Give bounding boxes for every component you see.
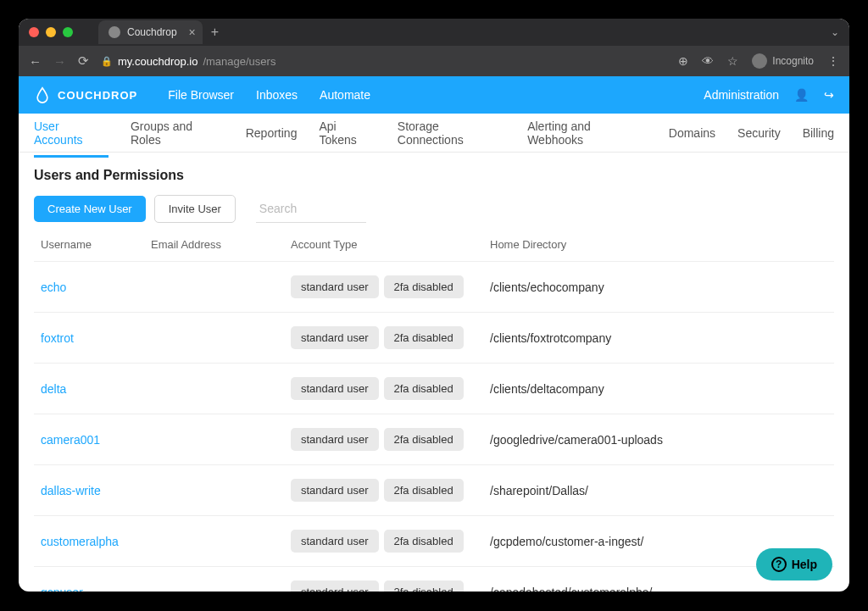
twofa-pill: 2fa disabled — [384, 326, 464, 349]
tab-domains[interactable]: Domains — [669, 115, 715, 151]
table-row[interactable]: gcpuserstandard user2fa disabled/canadah… — [34, 567, 834, 592]
account-type-pill: standard user — [291, 580, 379, 592]
col-username: Username — [34, 228, 144, 262]
email-cell — [144, 465, 284, 516]
lock-icon: 🔒 — [101, 56, 113, 67]
url-path: /manage/users — [203, 55, 275, 68]
logout-icon[interactable]: ↪ — [824, 88, 834, 102]
browser-tab[interactable]: Couchdrop × — [98, 20, 203, 44]
nav-forward-icon[interactable]: → — [53, 54, 66, 69]
col-home-dir: Home Directory — [483, 228, 834, 262]
zoom-icon[interactable]: ⊕ — [678, 54, 688, 68]
star-icon[interactable]: ☆ — [727, 54, 738, 68]
email-cell — [144, 567, 284, 592]
tab-favicon-icon — [108, 26, 120, 38]
account-type-pill: standard user — [291, 275, 379, 298]
tab-user-accounts[interactable]: User Accounts — [34, 108, 108, 158]
tab-close-icon[interactable]: × — [189, 25, 196, 39]
email-cell — [144, 262, 284, 313]
help-label: Help — [792, 558, 817, 571]
sub-nav: User Accounts Groups and Roles Reporting… — [19, 114, 849, 153]
tab-reporting[interactable]: Reporting — [246, 115, 298, 151]
drop-icon — [34, 86, 51, 103]
twofa-pill: 2fa disabled — [384, 530, 464, 553]
users-table: Username Email Address Account Type Home… — [34, 228, 834, 592]
username-link[interactable]: delta — [41, 382, 66, 396]
tab-security[interactable]: Security — [737, 115, 781, 151]
incognito-icon — [752, 53, 767, 69]
nav-back-icon[interactable]: ← — [29, 54, 42, 69]
table-row[interactable]: deltastandard user2fa disabled/clients/d… — [34, 364, 834, 414]
username-link[interactable]: gcpuser — [41, 586, 83, 592]
home-dir-cell: /clients/echocompany — [483, 262, 834, 313]
home-dir-cell: /googledrive/camera001-uploads — [483, 414, 834, 465]
top-nav: File Browser Inboxes Automate — [168, 88, 370, 102]
nav-file-browser[interactable]: File Browser — [168, 88, 234, 102]
account-type-pill: standard user — [291, 377, 379, 400]
col-email: Email Address — [144, 228, 284, 262]
account-type-pill: standard user — [291, 479, 379, 502]
account-type-pill: standard user — [291, 428, 379, 451]
browser-urlbar: ← → ⟳ 🔒 my.couchdrop.io/manage/users ⊕ 👁… — [19, 46, 849, 76]
tab-title: Couchdrop — [127, 26, 177, 38]
page-content: Users and Permissions Create New User In… — [19, 153, 849, 592]
username-link[interactable]: echo — [41, 281, 66, 294]
browser-menu-icon[interactable]: ⋮ — [827, 54, 839, 68]
user-icon[interactable]: 👤 — [794, 88, 809, 102]
twofa-pill: 2fa disabled — [384, 275, 464, 298]
col-account-type: Account Type — [284, 228, 483, 262]
email-cell — [144, 414, 284, 465]
window-maximize-dot[interactable] — [63, 27, 73, 37]
help-button[interactable]: ? Help — [756, 548, 832, 580]
eye-off-icon[interactable]: 👁 — [702, 54, 714, 68]
create-user-button[interactable]: Create New User — [34, 196, 146, 222]
email-cell — [144, 516, 284, 567]
twofa-pill: 2fa disabled — [384, 428, 464, 451]
table-row[interactable]: dallas-writestandard user2fa disabled/sh… — [34, 465, 834, 516]
home-dir-cell: /clients/foxtrotcompany — [483, 313, 834, 364]
twofa-pill: 2fa disabled — [384, 377, 464, 400]
window-close-dot[interactable] — [29, 27, 39, 37]
account-type-pill: standard user — [291, 326, 379, 349]
account-type-pill: standard user — [291, 530, 379, 553]
brand-text: COUCHDROP — [58, 89, 137, 102]
incognito-label: Incognito — [772, 55, 814, 67]
tab-billing[interactable]: Billing — [803, 115, 834, 151]
home-dir-cell: /sharepoint/Dallas/ — [483, 465, 834, 516]
email-cell — [144, 313, 284, 364]
table-row[interactable]: echostandard user2fa disabled/clients/ec… — [34, 262, 834, 313]
incognito-badge[interactable]: Incognito — [752, 53, 814, 69]
window-minimize-dot[interactable] — [46, 27, 56, 37]
help-icon: ? — [771, 557, 787, 572]
toolbar: Create New User Invite User — [34, 195, 834, 223]
nav-automate[interactable]: Automate — [320, 88, 370, 102]
tab-groups-roles[interactable]: Groups and Roles — [131, 108, 224, 158]
administration-link[interactable]: Administration — [704, 88, 779, 102]
table-row[interactable]: foxtrotstandard user2fa disabled/clients… — [34, 313, 834, 364]
browser-titlebar: Couchdrop × + ⌄ — [19, 19, 849, 46]
twofa-pill: 2fa disabled — [384, 580, 464, 592]
table-row[interactable]: customeralphastandard user2fa disabled/g… — [34, 516, 834, 567]
search-input[interactable] — [256, 195, 366, 223]
home-dir-cell: /clients/deltacompany — [483, 364, 834, 414]
tab-alerting-webhooks[interactable]: Alerting and Webhooks — [527, 108, 647, 158]
nav-inboxes[interactable]: Inboxes — [256, 88, 298, 102]
tab-api-tokens[interactable]: Api Tokens — [319, 108, 375, 158]
table-row[interactable]: camera001standard user2fa disabled/googl… — [34, 414, 834, 465]
page-title: Users and Permissions — [34, 168, 834, 183]
username-link[interactable]: foxtrot — [41, 331, 74, 345]
tabs-overflow-icon[interactable]: ⌄ — [831, 26, 839, 38]
email-cell — [144, 364, 284, 414]
new-tab-button[interactable]: + — [211, 25, 219, 40]
tab-storage-connections[interactable]: Storage Connections — [398, 108, 505, 158]
invite-user-button[interactable]: Invite User — [154, 195, 236, 223]
nav-reload-icon[interactable]: ⟳ — [78, 53, 89, 69]
username-link[interactable]: customeralpha — [41, 535, 119, 548]
url-domain: my.couchdrop.io — [118, 55, 198, 68]
username-link[interactable]: camera001 — [41, 433, 100, 447]
brand-logo[interactable]: COUCHDROP — [34, 86, 137, 103]
username-link[interactable]: dallas-write — [41, 484, 101, 497]
url-display[interactable]: 🔒 my.couchdrop.io/manage/users — [101, 55, 666, 68]
twofa-pill: 2fa disabled — [384, 479, 464, 502]
